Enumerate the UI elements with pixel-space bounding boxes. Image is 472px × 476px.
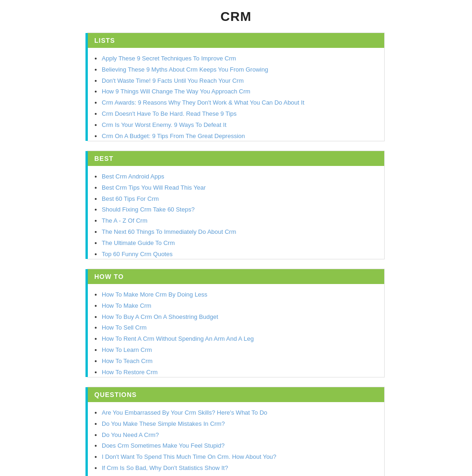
list-item-link[interactable]: Apply These 9 Secret Techniques To Impro… bbox=[102, 55, 236, 62]
list-item-link[interactable]: How To Sell Crm bbox=[102, 324, 147, 331]
section-content-best[interactable]: Best Crm Android AppsBest Crm Tips You W… bbox=[88, 166, 384, 259]
list-item-link[interactable]: The A - Z Of Crm bbox=[102, 217, 147, 224]
list-item: Do You Make These Simple Mistakes In Crm… bbox=[102, 419, 380, 429]
list-item-link[interactable]: Best Crm Android Apps bbox=[102, 173, 164, 180]
list-item: Crm Awards: 9 Reasons Why They Don't Wor… bbox=[102, 98, 380, 108]
section-left-bar-best bbox=[85, 151, 88, 259]
list-item: Best Crm Tips You Will Read This Year bbox=[102, 183, 380, 193]
list-item-link[interactable]: How To Rent A Crm Without Spending An Ar… bbox=[102, 335, 254, 342]
list-item: Should Fixing Crm Take 60 Steps? bbox=[102, 205, 380, 215]
list-item-link[interactable]: If Crm Is So Bad, Why Don't Statistics S… bbox=[102, 464, 228, 471]
section-list-questions: Are You Embarrassed By Your Crm Skills? … bbox=[97, 408, 380, 476]
list-item-link[interactable]: Believing These 9 Myths About Crm Keeps … bbox=[102, 66, 268, 73]
list-item: Believing These 9 Myths About Crm Keeps … bbox=[102, 65, 380, 75]
section-header-how-to: HOW TO bbox=[88, 269, 384, 284]
list-item-link[interactable]: Best Crm Tips You Will Read This Year bbox=[102, 184, 206, 191]
list-item: How To Sell Crm bbox=[102, 323, 380, 333]
list-item: Apply These 9 Secret Techniques To Impro… bbox=[102, 54, 380, 64]
section-content-lists[interactable]: Apply These 9 Secret Techniques To Impro… bbox=[88, 48, 384, 141]
list-item: Crm On A Budget: 9 Tips From The Great D… bbox=[102, 132, 380, 141]
list-item: How To Buy A Crm On A Shoestring Budget bbox=[102, 312, 380, 322]
main-content: LISTSApply These 9 Secret Techniques To … bbox=[87, 33, 385, 476]
list-item-link[interactable]: How To Restore Crm bbox=[102, 369, 157, 376]
list-item-link[interactable]: How To Buy A Crm On A Shoestring Budget bbox=[102, 313, 218, 320]
list-item-link[interactable]: How To Teach Crm bbox=[102, 357, 152, 364]
list-item: I Don't Want To Spend This Much Time On … bbox=[102, 452, 380, 462]
list-item: How To Rent A Crm Without Spending An Ar… bbox=[102, 334, 380, 344]
list-item-link[interactable]: Crm Is Your Worst Enemy. 9 Ways To Defea… bbox=[102, 121, 226, 128]
list-item-link[interactable]: The Next 60 Things To Immediately Do Abo… bbox=[102, 228, 236, 235]
section-left-bar-lists bbox=[85, 33, 88, 141]
list-item-link[interactable]: Don't Waste Time! 9 Facts Until You Reac… bbox=[102, 77, 243, 84]
list-item: Top 60 Funny Crm Quotes bbox=[102, 250, 380, 259]
list-item: Do You Need A Crm? bbox=[102, 430, 380, 440]
list-item-link[interactable]: How To Make Crm bbox=[102, 302, 151, 309]
list-item-link[interactable]: Crm Doesn't Have To Be Hard. Read These … bbox=[102, 110, 236, 117]
list-item-link[interactable]: Do You Make These Simple Mistakes In Crm… bbox=[102, 420, 225, 427]
list-item: How To Make Crm bbox=[102, 301, 380, 311]
list-item-link[interactable]: I Don't Want To Spend This Much Time On … bbox=[102, 453, 276, 460]
section-header-best: BEST bbox=[88, 151, 384, 166]
list-item: Best 60 Tips For Crm bbox=[102, 194, 380, 204]
section-how-to: HOW TOHow To Make More Crm By Doing Less… bbox=[87, 269, 385, 377]
list-item-link[interactable]: Crm On A Budget: 9 Tips From The Great D… bbox=[102, 132, 245, 139]
list-item: If Crm Is So Bad, Why Don't Statistics S… bbox=[102, 463, 380, 473]
list-item: Crm Is Your Worst Enemy. 9 Ways To Defea… bbox=[102, 120, 380, 130]
list-item: How To Learn Crm bbox=[102, 345, 380, 355]
list-item: How To Restore Crm bbox=[102, 368, 380, 377]
section-list-lists: Apply These 9 Secret Techniques To Impro… bbox=[97, 54, 380, 141]
list-item-link[interactable]: How To Make More Crm By Doing Less bbox=[102, 291, 207, 298]
list-item: How To Teach Crm bbox=[102, 357, 380, 366]
page-title: CRM bbox=[0, 0, 472, 33]
list-item-link[interactable]: How 9 Things Will Change The Way You App… bbox=[102, 88, 250, 95]
list-item: Are You Embarrassed By Your Crm Skills? … bbox=[102, 408, 380, 418]
list-item: Don't Waste Time! 9 Facts Until You Reac… bbox=[102, 76, 380, 86]
list-item: The A - Z Of Crm bbox=[102, 216, 380, 226]
section-header-questions: QUESTIONS bbox=[88, 387, 384, 402]
section-questions: QUESTIONSAre You Embarrassed By Your Crm… bbox=[87, 387, 385, 476]
section-list-how-to: How To Make More Crm By Doing LessHow To… bbox=[97, 290, 380, 377]
list-item-link[interactable]: Top 60 Funny Crm Quotes bbox=[102, 251, 172, 258]
list-item: Best Crm Android Apps bbox=[102, 172, 380, 182]
section-lists: LISTSApply These 9 Secret Techniques To … bbox=[87, 33, 385, 141]
list-item: How 9 Things Will Change The Way You App… bbox=[102, 87, 380, 97]
list-item-link[interactable]: Are You Embarrassed By Your Crm Skills? … bbox=[102, 409, 267, 416]
list-item-link[interactable]: How To Learn Crm bbox=[102, 346, 152, 353]
list-item-link[interactable]: Best 60 Tips For Crm bbox=[102, 195, 159, 202]
section-left-bar-questions bbox=[85, 387, 88, 476]
section-content-questions[interactable]: Are You Embarrassed By Your Crm Skills? … bbox=[88, 402, 384, 476]
list-item: Does Crm Sometimes Make You Feel Stupid? bbox=[102, 441, 380, 451]
list-item: How To Make More Crm By Doing Less bbox=[102, 290, 380, 300]
list-item-link[interactable]: Does Crm Sometimes Make You Feel Stupid? bbox=[102, 442, 224, 449]
section-left-bar-how-to bbox=[85, 269, 88, 377]
list-item: Crm Doesn't Have To Be Hard. Read These … bbox=[102, 109, 380, 119]
section-list-best: Best Crm Android AppsBest Crm Tips You W… bbox=[97, 172, 380, 259]
list-item-link[interactable]: Crm Awards: 9 Reasons Why They Don't Wor… bbox=[102, 99, 304, 106]
list-item-link[interactable]: Do You Need A Crm? bbox=[102, 431, 159, 438]
section-content-how-to[interactable]: How To Make More Crm By Doing LessHow To… bbox=[88, 284, 384, 377]
list-item: The Next 60 Things To Immediately Do Abo… bbox=[102, 227, 380, 237]
list-item: The Ultimate Guide To Crm bbox=[102, 238, 380, 248]
section-best: BESTBest Crm Android AppsBest Crm Tips Y… bbox=[87, 151, 385, 259]
list-item-link[interactable]: The Ultimate Guide To Crm bbox=[102, 239, 175, 246]
section-header-lists: LISTS bbox=[88, 33, 384, 48]
list-item-link[interactable]: Should Fixing Crm Take 60 Steps? bbox=[102, 206, 195, 213]
